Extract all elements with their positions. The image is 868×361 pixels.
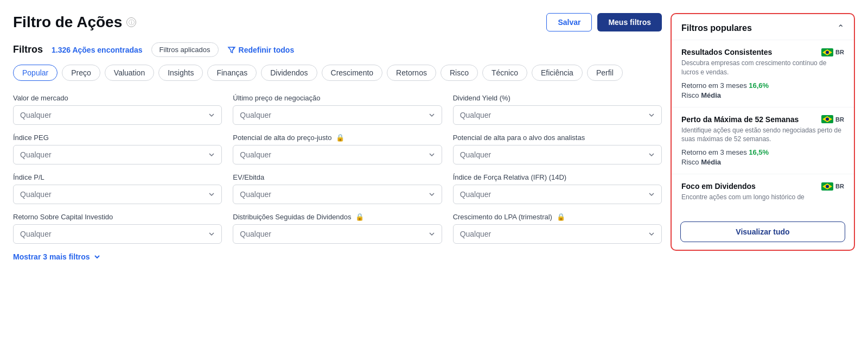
- filter-group-10: Distribuições Seguidas de Dividendos 🔒Qu…: [233, 213, 442, 244]
- filter-tab-insights[interactable]: Insights: [158, 65, 203, 81]
- risco-row-0: Risco Média: [681, 91, 844, 99]
- filter-select-10[interactable]: Qualquer: [233, 224, 442, 244]
- info-icon[interactable]: ⓘ: [126, 17, 136, 27]
- filter-select-2[interactable]: Qualquer: [453, 105, 662, 125]
- redefinir-button[interactable]: Redefinir todos: [227, 46, 295, 54]
- filters-label: Filtros: [13, 44, 43, 55]
- filter-grid: Valor de mercadoQualquerÚltimo preço de …: [13, 94, 662, 244]
- filter-label-0: Valor de mercado: [13, 94, 222, 102]
- svg-point-5: [826, 118, 829, 121]
- popular-item-stats-0: Retorno em 3 meses 16,6%Risco Média: [681, 81, 844, 99]
- filter-label-8: Índice de Força Relativa (IFR) (14D): [453, 173, 662, 181]
- chevron-down-icon: [93, 253, 101, 261]
- retorno-row-1: Retorno em 3 meses 16,5%: [681, 148, 844, 156]
- filter-group-3: Índice PEGQualquer: [13, 134, 222, 164]
- br-flag-icon: [821, 48, 833, 56]
- filter-select-0[interactable]: Qualquer: [13, 105, 222, 125]
- br-badge-2: BR: [821, 182, 844, 191]
- premium-icon-4: 🔒: [334, 134, 344, 142]
- filter-tab-dividendos[interactable]: Dividendos: [261, 65, 317, 81]
- filter-tab-valuation[interactable]: Valuation: [105, 65, 154, 81]
- filter-select-11[interactable]: Qualquer: [453, 224, 662, 244]
- retorno-label-1: Retorno em 3 meses: [681, 148, 749, 156]
- retorno-label-0: Retorno em 3 meses: [681, 81, 749, 90]
- filter-select-5[interactable]: Qualquer: [453, 145, 662, 164]
- filter-group-8: Índice de Força Relativa (IFR) (14D)Qual…: [453, 173, 662, 204]
- popular-item-title-0: Resultados Consistentes: [681, 48, 772, 56]
- filter-label-7: EV/Ebitda: [233, 173, 442, 181]
- salvar-button[interactable]: Salvar: [546, 13, 592, 31]
- chevron-up-icon[interactable]: ⌃: [837, 23, 844, 33]
- filters-header: Filtros 1.326 Ações encontradas Filtros …: [13, 42, 662, 57]
- filter-tab-retornos[interactable]: Retornos: [387, 65, 436, 81]
- filter-label-5: Potencial de alta para o alvo dos analis…: [453, 134, 662, 142]
- filter-group-2: Dividend Yield (%)Qualquer: [453, 94, 662, 125]
- br-flag-icon: [821, 182, 833, 191]
- filter-group-11: Crescimento do LPA (trimestral) 🔒Qualque…: [453, 213, 662, 244]
- filtros-aplicados-button[interactable]: Filtros aplicados: [151, 42, 219, 57]
- filter-label-1: Último preço de negociação: [233, 94, 442, 102]
- filter-tab-risco[interactable]: Risco: [441, 65, 478, 81]
- risco-row-1: Risco Média: [681, 158, 844, 166]
- popular-item-desc-0: Descubra empresas com crescimento contín…: [681, 59, 844, 77]
- filter-tab-perfil[interactable]: Perfil: [587, 65, 623, 81]
- filter-label-4: Potencial de alta do preço-justo 🔒: [233, 134, 442, 142]
- popular-item-1[interactable]: Perto da Máxima de 52 Semanas BRIdentifi…: [672, 107, 854, 175]
- filter-group-0: Valor de mercadoQualquer: [13, 94, 222, 125]
- risco-label-1: Risco: [681, 158, 701, 166]
- filter-group-1: Último preço de negociaçãoQualquer: [233, 94, 442, 125]
- svg-point-8: [826, 185, 829, 188]
- retorno-row-0: Retorno em 3 meses 16,6%: [681, 81, 844, 90]
- filter-select-1[interactable]: Qualquer: [233, 105, 442, 125]
- br-badge-0: BR: [821, 48, 844, 56]
- popular-item-title-1: Perto da Máxima de 52 Semanas: [681, 115, 799, 124]
- filter-label-6: Índice P/L: [13, 173, 222, 181]
- filter-label-3: Índice PEG: [13, 134, 222, 142]
- filter-group-7: EV/EbitdaQualquer: [233, 173, 442, 204]
- acoes-count: 1.326 Ações encontradas: [52, 46, 143, 54]
- popular-item-desc-1: Identifique ações que estão sendo negoci…: [681, 126, 844, 144]
- filter-tab-crescimento[interactable]: Crescimento: [322, 65, 383, 81]
- redefinir-label: Redefinir todos: [239, 46, 295, 54]
- filter-group-5: Potencial de alta para o alvo dos analis…: [453, 134, 662, 164]
- filter-select-8[interactable]: Qualquer: [453, 185, 662, 204]
- popular-item-desc-2: Encontre ações com um longo histórico de: [681, 193, 844, 202]
- retorno-value-0: 16,6%: [749, 81, 769, 90]
- header-buttons: Salvar Meus filtros: [546, 13, 662, 31]
- filter-group-9: Retorno Sobre Capital InvestidoQualquer: [13, 213, 222, 244]
- filter-group-6: Índice P/LQualquer: [13, 173, 222, 204]
- br-badge-1: BR: [821, 115, 844, 123]
- filter-select-6[interactable]: Qualquer: [13, 185, 222, 204]
- filter-tab-tecnico[interactable]: Técnico: [482, 65, 527, 81]
- visualizar-tudo-button[interactable]: Visualizar tudo: [680, 221, 845, 242]
- filter-select-4[interactable]: Qualquer: [233, 145, 442, 164]
- filter-label-2: Dividend Yield (%): [453, 94, 662, 102]
- br-flag-icon: [821, 115, 833, 123]
- filter-tab-financas[interactable]: Finanças: [207, 65, 257, 81]
- page-title: Filtro de Ações: [13, 14, 122, 31]
- popular-item-2[interactable]: Foco em Dividendos BREncontre ações com …: [672, 174, 854, 214]
- svg-point-2: [826, 50, 829, 54]
- popular-item-stats-1: Retorno em 3 meses 16,5%Risco Média: [681, 148, 844, 166]
- filter-tabs: PopularPreçoValuationInsightsFinançasDiv…: [13, 65, 662, 81]
- retorno-value-1: 16,5%: [749, 148, 769, 156]
- filter-tab-popular[interactable]: Popular: [13, 65, 58, 81]
- mostrar-mais-button[interactable]: Mostrar 3 mais filtros: [13, 252, 101, 261]
- filter-group-4: Potencial de alta do preço-justo 🔒Qualqu…: [233, 134, 442, 164]
- filter-tab-eficiencia[interactable]: Eficiência: [532, 65, 583, 81]
- filter-label-11: Crescimento do LPA (trimestral) 🔒: [453, 213, 662, 221]
- funnel-icon: [227, 46, 236, 54]
- filter-select-9[interactable]: Qualquer: [13, 224, 222, 244]
- popular-item-0[interactable]: Resultados Consistentes BRDescubra empre…: [672, 40, 854, 107]
- filter-label-9: Retorno Sobre Capital Investido: [13, 213, 222, 221]
- filter-tab-preco[interactable]: Preço: [62, 65, 100, 81]
- premium-icon-10: 🔒: [354, 213, 365, 221]
- risco-value-0: Média: [701, 91, 721, 99]
- filter-select-3[interactable]: Qualquer: [13, 145, 222, 164]
- popular-panel: Filtros populares ⌃ Resultados Consisten…: [671, 13, 855, 251]
- risco-label-0: Risco: [681, 91, 701, 99]
- meus-filtros-button[interactable]: Meus filtros: [597, 13, 662, 31]
- popular-panel-title: Filtros populares: [681, 23, 752, 33]
- popular-panel-header: Filtros populares ⌃: [672, 14, 854, 40]
- filter-select-7[interactable]: Qualquer: [233, 185, 442, 204]
